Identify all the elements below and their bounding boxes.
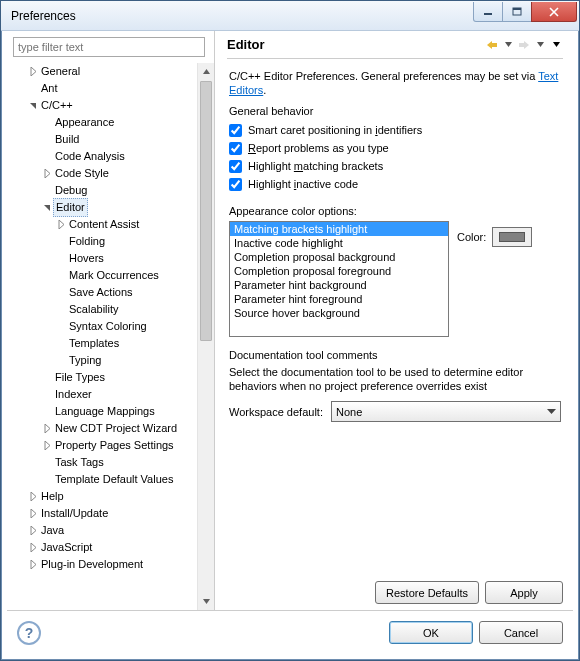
twisty-open-icon[interactable] — [27, 100, 39, 112]
tree-item[interactable]: Code Style — [13, 165, 214, 182]
close-button[interactable] — [531, 2, 577, 22]
tree-item[interactable]: Property Pages Settings — [13, 437, 214, 454]
tree-scrollbar[interactable] — [197, 63, 214, 610]
twisty-closed-icon[interactable] — [27, 559, 39, 571]
cancel-button[interactable]: Cancel — [479, 621, 563, 644]
twisty-closed-icon[interactable] — [27, 542, 39, 554]
svg-rect-4 — [519, 43, 525, 47]
twisty-closed-icon[interactable] — [27, 525, 39, 537]
nav-forward-icon[interactable] — [517, 38, 531, 52]
tree-item-label: Hovers — [67, 250, 106, 267]
dropdown-icon[interactable] — [533, 38, 547, 52]
titlebar[interactable]: Preferences — [1, 1, 579, 31]
color-swatch-button[interactable] — [492, 227, 532, 247]
tree-item[interactable]: Scalability — [13, 301, 214, 318]
twisty-closed-icon[interactable] — [27, 66, 39, 78]
content: GeneralAntC/C++AppearanceBuildCode Analy… — [7, 31, 573, 654]
tree-item[interactable]: Syntax Coloring — [13, 318, 214, 335]
tree-item-label: Templates — [67, 335, 121, 352]
color-options-list[interactable]: Matching brackets highlightInactive code… — [229, 221, 449, 337]
tree-item[interactable]: General — [13, 63, 214, 80]
tree-item[interactable]: Appearance — [13, 114, 214, 131]
appearance-label: Appearance color options: — [229, 205, 561, 217]
tree-item[interactable]: Templates — [13, 335, 214, 352]
tree-item[interactable]: Content Assist — [13, 216, 214, 233]
tree-item[interactable]: Plug-in Development — [13, 556, 214, 573]
ok-button[interactable]: OK — [389, 621, 473, 644]
tree-item[interactable]: Task Tags — [13, 454, 214, 471]
tree-item[interactable]: Build — [13, 131, 214, 148]
smart-caret-checkbox[interactable]: Smart caret positioning in identifiers — [229, 121, 561, 139]
tree-item[interactable]: File Types — [13, 369, 214, 386]
color-option-item[interactable]: Matching brackets highlight — [230, 222, 448, 236]
checkbox-input[interactable] — [229, 178, 242, 191]
tree-item[interactable]: Language Mappings — [13, 403, 214, 420]
tree-item[interactable]: Java — [13, 522, 214, 539]
filter-input[interactable] — [13, 37, 205, 57]
tree-item[interactable]: Hovers — [13, 250, 214, 267]
color-option-item[interactable]: Parameter hint foreground — [230, 292, 448, 306]
checkbox-label: Highlight inactive code — [248, 178, 358, 190]
tree-item[interactable]: Editor — [13, 199, 214, 216]
window-buttons — [474, 2, 577, 22]
twisty-closed-icon[interactable] — [27, 508, 39, 520]
checkbox-input[interactable] — [229, 124, 242, 137]
tree-item-label: Install/Update — [39, 505, 110, 522]
checkbox-label: Highlight matching brackets — [248, 160, 383, 172]
preferences-tree[interactable]: GeneralAntC/C++AppearanceBuildCode Analy… — [13, 63, 214, 573]
color-option-item[interactable]: Parameter hint background — [230, 278, 448, 292]
twisty-none — [55, 321, 67, 333]
twisty-closed-icon[interactable] — [55, 219, 67, 231]
twisty-none — [55, 355, 67, 367]
tree-item[interactable]: Debug — [13, 182, 214, 199]
twisty-open-icon[interactable] — [41, 202, 53, 214]
twisty-closed-icon[interactable] — [41, 168, 53, 180]
tree-item[interactable]: Help — [13, 488, 214, 505]
twisty-none — [55, 253, 67, 265]
svg-rect-0 — [484, 13, 492, 15]
tree-item[interactable]: C/C++ — [13, 97, 214, 114]
tree-item[interactable]: Indexer — [13, 386, 214, 403]
nav-back-icon[interactable] — [485, 38, 499, 52]
twisty-closed-icon[interactable] — [27, 491, 39, 503]
restore-defaults-button[interactable]: Restore Defaults — [375, 581, 479, 604]
scroll-up-button[interactable] — [198, 63, 214, 80]
color-option-item[interactable]: Completion proposal background — [230, 250, 448, 264]
tree-item[interactable]: Template Default Values — [13, 471, 214, 488]
report-problems-checkbox[interactable]: Report problems as you type — [229, 139, 561, 157]
scroll-thumb[interactable] — [200, 81, 212, 341]
tree-item-label: New CDT Project Wizard — [53, 420, 179, 437]
tree-item[interactable]: Install/Update — [13, 505, 214, 522]
dropdown-icon[interactable] — [501, 38, 515, 52]
tree-item[interactable]: Save Actions — [13, 284, 214, 301]
highlight-inactive-checkbox[interactable]: Highlight inactive code — [229, 175, 561, 193]
tree-item[interactable]: JavaScript — [13, 539, 214, 556]
checkbox-input[interactable] — [229, 142, 242, 155]
tree-item[interactable]: Code Analysis — [13, 148, 214, 165]
twisty-closed-icon[interactable] — [41, 440, 53, 452]
color-option-item[interactable]: Completion proposal foreground — [230, 264, 448, 278]
menu-dropdown-icon[interactable] — [549, 38, 563, 52]
scroll-down-button[interactable] — [198, 593, 214, 610]
tree-item[interactable]: Folding — [13, 233, 214, 250]
tree-item-label: Mark Occurrences — [67, 267, 161, 284]
color-option-item[interactable]: Source hover background — [230, 306, 448, 320]
minimize-button[interactable] — [473, 2, 503, 22]
tree-item-label: File Types — [53, 369, 107, 386]
tree-item[interactable]: Typing — [13, 352, 214, 369]
twisty-none — [41, 134, 53, 146]
maximize-button[interactable] — [502, 2, 532, 22]
color-option-item[interactable]: Inactive code highlight — [230, 236, 448, 250]
doc-title: Documentation tool comments — [229, 349, 561, 361]
checkbox-input[interactable] — [229, 160, 242, 173]
highlight-brackets-checkbox[interactable]: Highlight matching brackets — [229, 157, 561, 175]
tree-item[interactable]: Ant — [13, 80, 214, 97]
apply-button[interactable]: Apply — [485, 581, 563, 604]
tree-item[interactable]: New CDT Project Wizard — [13, 420, 214, 437]
page-header: Editor — [227, 37, 563, 59]
workspace-default-dropdown[interactable]: None — [331, 401, 561, 422]
twisty-closed-icon[interactable] — [41, 423, 53, 435]
help-button[interactable]: ? — [17, 621, 41, 645]
tree-item[interactable]: Mark Occurrences — [13, 267, 214, 284]
window-title: Preferences — [11, 9, 474, 23]
